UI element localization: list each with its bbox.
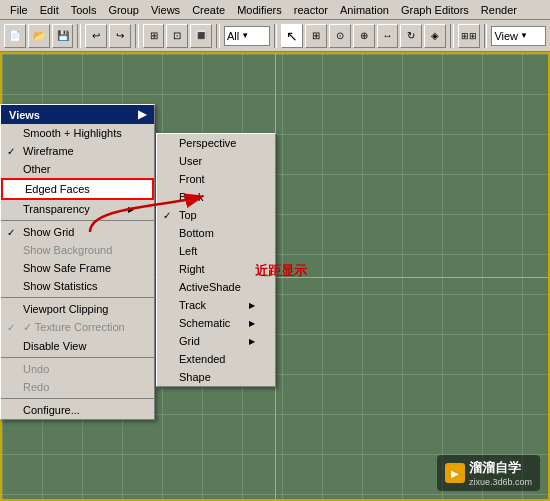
toolbar-btn6[interactable]: ⊞ [305, 24, 327, 48]
toolbar-btn9[interactable]: ↔ [377, 24, 399, 48]
toolbar-btn4[interactable]: ⊡ [166, 24, 188, 48]
menu-other[interactable]: Other [1, 160, 154, 178]
menu-render[interactable]: Render [475, 2, 523, 18]
menubar: File Edit Tools Group Views Create Modif… [0, 0, 550, 20]
toolbar-btn7[interactable]: ⊙ [329, 24, 351, 48]
toolbar-redo[interactable]: ↪ [109, 24, 131, 48]
submenu-user[interactable]: User [157, 152, 275, 170]
toolbar-btn3[interactable]: ⊞ [143, 24, 165, 48]
submenu-shape[interactable]: Shape [157, 368, 275, 386]
menu-reactor[interactable]: reactor [288, 2, 334, 18]
menu-configure[interactable]: Configure... [1, 401, 154, 419]
toolbar-btn10[interactable]: ↻ [400, 24, 422, 48]
menu-disable-view[interactable]: Disable View [1, 337, 154, 355]
menu-file[interactable]: File [4, 2, 34, 18]
view-dropdown[interactable]: View ▼ [491, 26, 546, 46]
menu-undo: Undo [1, 360, 154, 378]
submenu-schematic[interactable]: Schematic [157, 314, 275, 332]
toolbar-sep-3 [216, 24, 220, 48]
toolbar-btn8[interactable]: ⊕ [353, 24, 375, 48]
separator-4 [1, 398, 154, 399]
menu-show-background: Show Background [1, 241, 154, 259]
menu-show-grid[interactable]: Show Grid [1, 223, 154, 241]
menu-edit[interactable]: Edit [34, 2, 65, 18]
toolbar-btn11[interactable]: ◈ [424, 24, 446, 48]
submenu-perspective[interactable]: Perspective [157, 134, 275, 152]
submenu-bottom[interactable]: Bottom [157, 224, 275, 242]
separator-1 [1, 220, 154, 221]
submenu-front[interactable]: Front [157, 170, 275, 188]
submenu-track[interactable]: Track [157, 296, 275, 314]
submenu-activeshade[interactable]: ActiveShade [157, 278, 275, 296]
menu-viewport-clipping[interactable]: Viewport Clipping [1, 300, 154, 318]
menu-group[interactable]: Group [102, 2, 145, 18]
watermark-text: 溜溜自学 zixue.3d6b.com [469, 459, 532, 487]
toolbar-sep-2 [135, 24, 139, 48]
menu-show-safe-frame[interactable]: Show Safe Frame [1, 259, 154, 277]
menu-modifiers[interactable]: Modifiers [231, 2, 288, 18]
toolbar-sep-5 [450, 24, 454, 48]
toolbar-new[interactable]: 📄 [4, 24, 26, 48]
submenu-grid[interactable]: Grid [157, 332, 275, 350]
submenu-extended[interactable]: Extended [157, 350, 275, 368]
menu-redo: Redo [1, 378, 154, 396]
submenu-right[interactable]: Right [157, 260, 275, 278]
menu-transparency[interactable]: Transparency [1, 200, 154, 218]
menu-animation[interactable]: Animation [334, 2, 395, 18]
watermark: ▶ 溜溜自学 zixue.3d6b.com [437, 455, 540, 491]
views-context-menu: Views ▶ Smooth + Highlights Wireframe Ot… [0, 104, 155, 420]
watermark-icon: ▶ [445, 463, 465, 483]
separator-3 [1, 357, 154, 358]
menu-tools[interactable]: Tools [65, 2, 103, 18]
submenu-back[interactable]: Back [157, 188, 275, 206]
menu-edged-faces[interactable]: Edged Faces [1, 178, 154, 200]
toolbar-save[interactable]: 💾 [52, 24, 74, 48]
filter-dropdown[interactable]: All ▼ [224, 26, 270, 46]
menu-views[interactable]: Views [145, 2, 186, 18]
main-area: ▶ 溜溜自学 zixue.3d6b.com Views ▶ Smooth + H… [0, 52, 550, 501]
toolbar-undo[interactable]: ↩ [85, 24, 107, 48]
toolbar-select[interactable]: ↖ [281, 24, 303, 48]
toolbar: 📄 📂 💾 ↩ ↪ ⊞ ⊡ 🔳 All ▼ ↖ ⊞ ⊙ ⊕ ↔ ↻ ◈ ⊞⊞ V… [0, 20, 550, 52]
toolbar-sep-6 [484, 24, 488, 48]
menu-wireframe[interactable]: Wireframe [1, 142, 154, 160]
menu-show-statistics[interactable]: Show Statistics [1, 277, 154, 295]
menu-create[interactable]: Create [186, 2, 231, 18]
submenu-top[interactable]: Top [157, 206, 275, 224]
menu-texture-correction: ✓ Texture Correction [1, 318, 154, 337]
menu-smooth-highlights[interactable]: Smooth + Highlights [1, 124, 154, 142]
menu-header: Views ▶ [1, 105, 154, 124]
toolbar-sep-4 [274, 24, 278, 48]
separator-2 [1, 297, 154, 298]
toolbar-open[interactable]: 📂 [28, 24, 50, 48]
toolbar-btn5[interactable]: 🔳 [190, 24, 212, 48]
toolbar-btn12[interactable]: ⊞⊞ [458, 24, 480, 48]
toolbar-sep-1 [77, 24, 81, 48]
views-submenu: Perspective User Front Back Top Bottom L… [156, 133, 276, 387]
submenu-left[interactable]: Left [157, 242, 275, 260]
menu-graph-editors[interactable]: Graph Editors [395, 2, 475, 18]
